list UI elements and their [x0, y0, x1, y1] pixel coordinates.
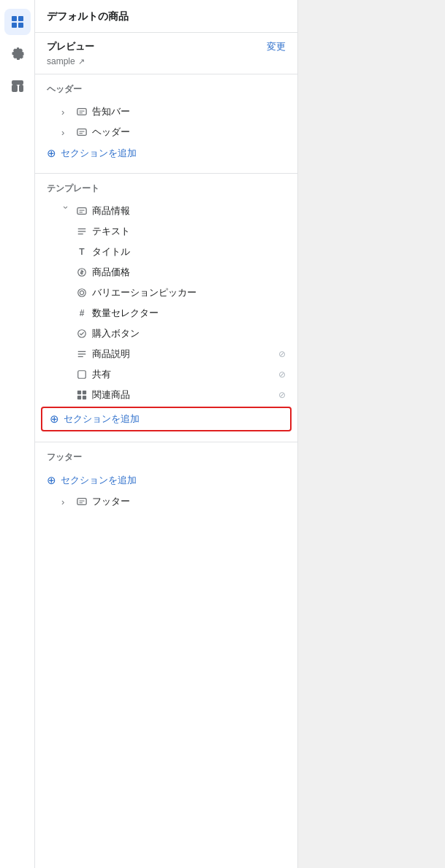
- svg-rect-0: [12, 16, 17, 21]
- share-label: 共有: [92, 368, 274, 381]
- footer-section-title: フッター: [35, 451, 297, 469]
- svg-rect-27: [83, 396, 86, 399]
- header-add-section-label: セクションを追加: [61, 147, 137, 160]
- text-label: テキスト: [92, 225, 286, 238]
- product-info-label: 商品情報: [92, 204, 286, 218]
- svg-rect-4: [77, 109, 86, 115]
- svg-rect-1: [18, 16, 23, 21]
- description-icon: [76, 348, 88, 360]
- quantity-label: 数量セレクター: [92, 307, 286, 320]
- tree-item-quantity[interactable]: # 数量セレクター: [35, 303, 297, 323]
- chevron-down-icon: ›: [61, 206, 72, 216]
- tree-item-text[interactable]: テキスト: [35, 221, 297, 242]
- variation-icon: [76, 287, 88, 299]
- chevron-right-icon: ›: [61, 107, 72, 117]
- purchase-label: 購入ボタン: [92, 327, 286, 340]
- tree-item-variation[interactable]: バリエーションピッカー: [35, 283, 297, 303]
- sample-row: sample ↗: [35, 56, 297, 74]
- footer-icon: [76, 496, 88, 507]
- template-add-section-label: セクションを追加: [64, 412, 140, 426]
- change-link[interactable]: 変更: [267, 40, 286, 53]
- svg-rect-24: [77, 391, 81, 394]
- header-add-section-btn[interactable]: ⊕ セクションを追加: [35, 142, 297, 164]
- svg-point-19: [78, 330, 86, 338]
- tree-item-footer[interactable]: › フッター: [35, 491, 297, 512]
- share-icon: [76, 369, 88, 380]
- price-icon: [76, 266, 88, 278]
- title-icon: T: [76, 246, 88, 258]
- description-label: 商品説明: [92, 347, 274, 361]
- notification-bar-label: 告知バー: [92, 105, 286, 118]
- svg-rect-26: [77, 396, 81, 399]
- header-section-group: ヘッダー › 告知バー › ヘッダー ⊕ セクションを追加: [35, 74, 297, 173]
- footer-add-section-label: セクションを追加: [61, 474, 137, 487]
- app-container: デフォルトの商品 プレビュー 変更 sample ↗ ヘッダー › 告知バー ›: [0, 0, 445, 868]
- svg-rect-2: [12, 23, 17, 28]
- svg-rect-7: [77, 129, 86, 136]
- plus-circle-icon-3: ⊕: [47, 474, 56, 487]
- tree-item-header[interactable]: › ヘッダー: [35, 122, 297, 142]
- tree-item-related[interactable]: 関連商品 ⊘: [35, 385, 297, 405]
- variation-label: バリエーションピッカー: [92, 286, 286, 299]
- price-label: 商品価格: [92, 266, 286, 279]
- footer-chevron-icon: ›: [61, 496, 72, 507]
- sample-text: sample: [47, 56, 75, 66]
- svg-rect-28: [77, 499, 86, 505]
- main-panel: デフォルトの商品 プレビュー 変更 sample ↗ ヘッダー › 告知バー ›: [35, 0, 298, 868]
- icon-sidebar: [0, 0, 35, 868]
- header-section-title: ヘッダー: [35, 83, 297, 101]
- tree-item-product-info[interactable]: › 商品情報: [35, 201, 297, 221]
- text-icon: [76, 226, 88, 237]
- tree-item-title[interactable]: T タイトル: [35, 242, 297, 262]
- template-section-title: テンプレート: [35, 183, 297, 201]
- chevron-right-icon-2: ›: [61, 127, 72, 137]
- plus-circle-icon: ⊕: [47, 147, 56, 160]
- purchase-icon: [76, 328, 88, 339]
- notification-bar-icon: [76, 106, 88, 118]
- plus-circle-icon-2: ⊕: [50, 412, 59, 426]
- page-title: デフォルトの商品: [47, 10, 286, 23]
- tree-item-notification-bar[interactable]: › 告知バー: [35, 101, 297, 122]
- svg-rect-3: [18, 23, 23, 28]
- svg-rect-25: [83, 391, 86, 394]
- share-visibility-badge: ⊘: [278, 369, 286, 380]
- related-visibility-badge: ⊘: [278, 390, 286, 400]
- related-label: 関連商品: [92, 388, 274, 402]
- sidebar-icon-settings[interactable]: [4, 41, 31, 67]
- description-visibility-badge: ⊘: [278, 349, 286, 359]
- title-label: タイトル: [92, 245, 286, 258]
- tree-item-purchase[interactable]: 購入ボタン: [35, 323, 297, 344]
- footer-section-group: フッター ⊕ セクションを追加 › フッター: [35, 442, 297, 521]
- footer-add-section-btn[interactable]: ⊕ セクションを追加: [35, 469, 297, 491]
- product-info-icon: [76, 205, 88, 217]
- preview-row: プレビュー 変更: [35, 33, 297, 56]
- sidebar-icon-components[interactable]: [4, 73, 31, 99]
- header-icon: [76, 126, 88, 138]
- svg-rect-10: [77, 208, 86, 215]
- preview-label: プレビュー: [47, 40, 94, 53]
- svg-point-17: [78, 289, 86, 297]
- related-icon: [76, 389, 88, 401]
- sidebar-icon-layout[interactable]: [4, 9, 31, 35]
- template-add-section-btn[interactable]: ⊕ セクションを追加: [41, 407, 292, 431]
- footer-label: フッター: [92, 495, 286, 508]
- tree-item-description[interactable]: 商品説明 ⊘: [35, 344, 297, 364]
- header-label: ヘッダー: [92, 126, 286, 139]
- panel-header: デフォルトの商品: [35, 0, 297, 33]
- tree-item-share[interactable]: 共有 ⊘: [35, 364, 297, 385]
- quantity-icon: #: [76, 307, 88, 319]
- preview-area: [298, 0, 445, 868]
- svg-rect-23: [78, 371, 86, 379]
- tree-item-price[interactable]: 商品価格: [35, 262, 297, 283]
- external-link-icon: ↗: [78, 57, 85, 66]
- svg-point-18: [80, 291, 83, 294]
- template-section-group: テンプレート › 商品情報 テキスト T タイトル: [35, 174, 297, 442]
